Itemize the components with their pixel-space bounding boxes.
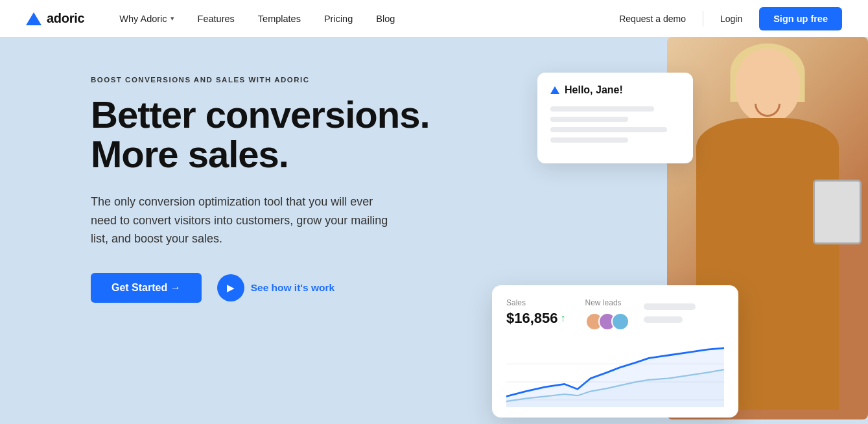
nav-item-pricing[interactable]: Pricing — [312, 0, 364, 37]
card-content-line-3 — [550, 127, 667, 132]
hello-greeting: Hello, Jane! — [565, 84, 623, 96]
play-icon: ▶ — [217, 274, 244, 301]
nav-item-templates[interactable]: Templates — [246, 0, 312, 37]
leads-label: New leads — [585, 298, 624, 307]
card-content-line-4 — [550, 137, 628, 143]
metric-bar-2 — [644, 316, 683, 323]
hero-title-line1: Better conversions. — [91, 93, 430, 135]
hello-card: Hello, Jane! — [537, 73, 693, 163]
navbar: adoric Why Adoric ▾ Features Templates P… — [0, 0, 868, 37]
hero-title: Better conversions. More sales. — [91, 95, 430, 174]
dashboard-card: Sales $16,856 ↑ New leads — [492, 285, 738, 418]
sales-value: $16,856 ↑ — [506, 310, 566, 327]
card-content-line-1 — [550, 106, 654, 112]
dashboard-metrics: Sales $16,856 ↑ New leads — [506, 298, 724, 331]
nav-links: Why Adoric ▾ Features Templates Pricing … — [108, 0, 610, 37]
hero-subtitle: Boost conversions and sales with Adoric — [91, 76, 430, 84]
nav-item-features[interactable]: Features — [186, 0, 246, 37]
smile-shape — [755, 104, 780, 117]
line-chart — [506, 342, 724, 407]
nav-right: Request a demo Login Sign up free — [610, 7, 842, 30]
sales-label: Sales — [506, 298, 566, 307]
chevron-down-icon: ▾ — [170, 14, 174, 23]
hero-text-block: Boost conversions and sales with Adoric … — [91, 69, 430, 303]
logo[interactable]: adoric — [26, 11, 84, 26]
avatar-3 — [611, 312, 629, 331]
nav-item-why-adoric[interactable]: Why Adoric ▾ — [108, 0, 185, 37]
leads-metric: New leads — [585, 298, 624, 331]
get-started-button[interactable]: Get Started → — [91, 273, 202, 303]
card-content-line-2 — [550, 117, 628, 122]
hero-description: The only conversion optimization tool th… — [91, 193, 402, 248]
request-demo-button[interactable]: Request a demo — [610, 8, 695, 29]
metric-bar-1 — [644, 303, 696, 310]
face-shape — [735, 49, 800, 123]
adoric-logo-small-icon — [550, 86, 559, 94]
chart-area — [506, 342, 724, 407]
hello-card-header: Hello, Jane! — [550, 84, 680, 96]
hero-section: Boost conversions and sales with Adoric … — [0, 37, 868, 424]
see-how-button[interactable]: ▶ See how it's work — [217, 274, 334, 301]
sales-metric: Sales $16,856 ↑ — [506, 298, 566, 327]
nav-item-blog[interactable]: Blog — [364, 0, 406, 37]
signup-button[interactable]: Sign up free — [759, 7, 842, 30]
extra-metric — [644, 298, 696, 323]
hero-buttons: Get Started → ▶ See how it's work — [91, 273, 430, 303]
trend-up-icon: ↑ — [561, 312, 566, 324]
nav-divider — [703, 11, 703, 27]
logo-icon — [26, 12, 41, 25]
hero-visual: Hello, Jane! Sales $16,856 ↑ Ne — [479, 37, 868, 424]
logo-text: adoric — [47, 11, 84, 26]
leads-avatars — [585, 312, 624, 331]
hero-title-line2: More sales. — [91, 133, 288, 175]
login-button[interactable]: Login — [711, 8, 751, 29]
tablet-shape — [813, 180, 862, 244]
